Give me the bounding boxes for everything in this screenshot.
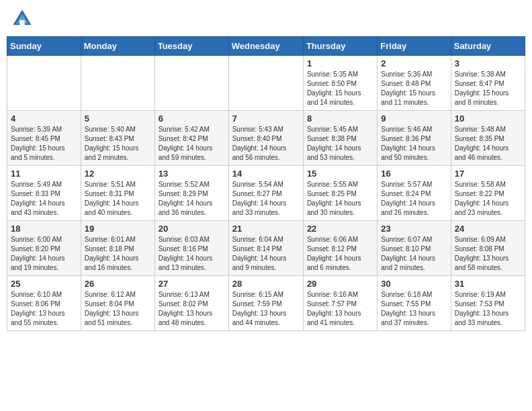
day-number: 2 [381, 58, 447, 68]
calendar-cell: 2Sunrise: 5:36 AM Sunset: 8:48 PM Daylig… [378, 56, 451, 111]
calendar-cell [81, 56, 154, 111]
day-info: Sunrise: 5:49 AM Sunset: 8:33 PM Dayligh… [11, 180, 77, 218]
calendar-cell: 28Sunrise: 6:15 AM Sunset: 7:59 PM Dayli… [228, 276, 303, 331]
day-info: Sunrise: 6:00 AM Sunset: 8:20 PM Dayligh… [11, 235, 77, 273]
day-header-wednesday: Wednesday [228, 37, 303, 56]
calendar-cell: 5Sunrise: 5:40 AM Sunset: 8:43 PM Daylig… [81, 111, 154, 166]
day-number: 7 [232, 113, 300, 124]
calendar-cell: 8Sunrise: 5:45 AM Sunset: 8:38 PM Daylig… [303, 111, 377, 166]
day-info: Sunrise: 6:19 AM Sunset: 7:53 PM Dayligh… [455, 290, 521, 328]
day-info: Sunrise: 5:48 AM Sunset: 8:35 PM Dayligh… [455, 125, 521, 163]
calendar-week-1: 1Sunrise: 5:35 AM Sunset: 8:50 PM Daylig… [7, 56, 525, 111]
calendar-week-4: 18Sunrise: 6:00 AM Sunset: 8:20 PM Dayli… [7, 221, 525, 276]
calendar-table: SundayMondayTuesdayWednesdayThursdayFrid… [7, 36, 525, 331]
calendar-cell: 15Sunrise: 5:55 AM Sunset: 8:25 PM Dayli… [303, 166, 377, 221]
day-number: 26 [85, 279, 151, 289]
day-info: Sunrise: 5:39 AM Sunset: 8:45 PM Dayligh… [11, 125, 77, 163]
day-header-friday: Friday [378, 37, 451, 56]
calendar-cell: 3Sunrise: 5:38 AM Sunset: 8:47 PM Daylig… [451, 56, 525, 111]
header-row: SundayMondayTuesdayWednesdayThursdayFrid… [7, 37, 525, 56]
day-number: 23 [381, 224, 447, 234]
day-number: 30 [381, 279, 447, 289]
calendar-cell: 20Sunrise: 6:03 AM Sunset: 8:16 PM Dayli… [154, 221, 228, 276]
day-info: Sunrise: 6:13 AM Sunset: 8:02 PM Dayligh… [159, 290, 225, 328]
day-info: Sunrise: 6:06 AM Sunset: 8:12 PM Dayligh… [307, 235, 373, 273]
calendar-cell: 16Sunrise: 5:57 AM Sunset: 8:24 PM Dayli… [378, 166, 451, 221]
calendar-week-5: 25Sunrise: 6:10 AM Sunset: 8:06 PM Dayli… [7, 276, 525, 331]
calendar-cell [154, 56, 228, 111]
calendar-week-2: 4Sunrise: 5:39 AM Sunset: 8:45 PM Daylig… [7, 111, 525, 166]
day-number: 8 [307, 113, 373, 124]
day-info: Sunrise: 6:16 AM Sunset: 7:57 PM Dayligh… [307, 290, 373, 328]
calendar-body: 1Sunrise: 5:35 AM Sunset: 8:50 PM Daylig… [7, 56, 525, 331]
page-header [7, 7, 525, 31]
calendar-cell: 11Sunrise: 5:49 AM Sunset: 8:33 PM Dayli… [7, 166, 81, 221]
calendar-cell: 24Sunrise: 6:09 AM Sunset: 8:08 PM Dayli… [451, 221, 525, 276]
day-header-sunday: Sunday [7, 37, 81, 56]
svg-rect-2 [19, 20, 24, 25]
day-info: Sunrise: 5:51 AM Sunset: 8:31 PM Dayligh… [85, 180, 151, 218]
calendar-cell: 19Sunrise: 6:01 AM Sunset: 8:18 PM Dayli… [81, 221, 154, 276]
day-number: 24 [455, 224, 521, 234]
calendar-cell: 23Sunrise: 6:07 AM Sunset: 8:10 PM Dayli… [378, 221, 451, 276]
day-info: Sunrise: 5:45 AM Sunset: 8:38 PM Dayligh… [307, 125, 373, 163]
calendar-cell: 7Sunrise: 5:43 AM Sunset: 8:40 PM Daylig… [228, 111, 303, 166]
calendar-cell: 4Sunrise: 5:39 AM Sunset: 8:45 PM Daylig… [7, 111, 81, 166]
calendar-cell: 21Sunrise: 6:04 AM Sunset: 8:14 PM Dayli… [228, 221, 303, 276]
day-info: Sunrise: 5:52 AM Sunset: 8:29 PM Dayligh… [159, 180, 225, 218]
day-number: 5 [85, 113, 151, 124]
day-header-monday: Monday [81, 37, 154, 56]
day-info: Sunrise: 6:12 AM Sunset: 8:04 PM Dayligh… [85, 290, 151, 328]
day-info: Sunrise: 5:57 AM Sunset: 8:24 PM Dayligh… [381, 180, 447, 218]
day-info: Sunrise: 6:04 AM Sunset: 8:14 PM Dayligh… [232, 235, 300, 273]
day-info: Sunrise: 5:54 AM Sunset: 8:27 PM Dayligh… [232, 180, 300, 218]
calendar-cell: 18Sunrise: 6:00 AM Sunset: 8:20 PM Dayli… [7, 221, 81, 276]
day-number: 28 [232, 279, 300, 289]
day-number: 12 [85, 169, 151, 179]
calendar-cell: 25Sunrise: 6:10 AM Sunset: 8:06 PM Dayli… [7, 276, 81, 331]
calendar-cell: 26Sunrise: 6:12 AM Sunset: 8:04 PM Dayli… [81, 276, 154, 331]
calendar-cell: 17Sunrise: 5:58 AM Sunset: 8:22 PM Dayli… [451, 166, 525, 221]
day-number: 27 [159, 279, 225, 289]
day-number: 13 [159, 169, 225, 179]
calendar-cell: 6Sunrise: 5:42 AM Sunset: 8:42 PM Daylig… [154, 111, 228, 166]
day-header-saturday: Saturday [451, 37, 525, 56]
day-number: 10 [455, 113, 521, 124]
calendar-cell: 30Sunrise: 6:18 AM Sunset: 7:55 PM Dayli… [378, 276, 451, 331]
calendar-cell: 29Sunrise: 6:16 AM Sunset: 7:57 PM Dayli… [303, 276, 377, 331]
day-info: Sunrise: 5:35 AM Sunset: 8:50 PM Dayligh… [307, 70, 373, 107]
day-info: Sunrise: 6:09 AM Sunset: 8:08 PM Dayligh… [455, 235, 521, 273]
day-info: Sunrise: 5:36 AM Sunset: 8:48 PM Dayligh… [381, 70, 447, 107]
calendar-cell: 1Sunrise: 5:35 AM Sunset: 8:50 PM Daylig… [303, 56, 377, 111]
day-info: Sunrise: 6:07 AM Sunset: 8:10 PM Dayligh… [381, 235, 447, 273]
day-info: Sunrise: 6:18 AM Sunset: 7:55 PM Dayligh… [381, 290, 447, 328]
day-number: 16 [381, 169, 447, 179]
day-info: Sunrise: 5:38 AM Sunset: 8:47 PM Dayligh… [455, 70, 521, 107]
day-number: 17 [455, 169, 521, 179]
calendar-cell: 27Sunrise: 6:13 AM Sunset: 8:02 PM Dayli… [154, 276, 228, 331]
day-number: 18 [11, 224, 77, 234]
day-number: 14 [232, 169, 300, 179]
day-info: Sunrise: 5:40 AM Sunset: 8:43 PM Dayligh… [85, 125, 151, 163]
calendar-cell: 22Sunrise: 6:06 AM Sunset: 8:12 PM Dayli… [303, 221, 377, 276]
day-info: Sunrise: 5:55 AM Sunset: 8:25 PM Dayligh… [307, 180, 373, 218]
day-number: 29 [307, 279, 373, 289]
logo-icon [10, 7, 34, 31]
day-info: Sunrise: 6:15 AM Sunset: 7:59 PM Dayligh… [232, 290, 300, 328]
day-number: 25 [11, 279, 77, 289]
logo [10, 7, 37, 31]
day-info: Sunrise: 6:01 AM Sunset: 8:18 PM Dayligh… [85, 235, 151, 273]
day-info: Sunrise: 5:43 AM Sunset: 8:40 PM Dayligh… [232, 125, 300, 163]
day-number: 1 [307, 58, 373, 68]
day-number: 4 [11, 113, 77, 124]
day-header-thursday: Thursday [303, 37, 377, 56]
calendar-cell: 10Sunrise: 5:48 AM Sunset: 8:35 PM Dayli… [451, 111, 525, 166]
day-number: 20 [159, 224, 225, 234]
calendar-header: SundayMondayTuesdayWednesdayThursdayFrid… [7, 37, 525, 56]
day-number: 6 [159, 113, 225, 124]
calendar-cell: 13Sunrise: 5:52 AM Sunset: 8:29 PM Dayli… [154, 166, 228, 221]
day-number: 21 [232, 224, 300, 234]
calendar-cell: 31Sunrise: 6:19 AM Sunset: 7:53 PM Dayli… [451, 276, 525, 331]
calendar-cell: 12Sunrise: 5:51 AM Sunset: 8:31 PM Dayli… [81, 166, 154, 221]
day-info: Sunrise: 6:10 AM Sunset: 8:06 PM Dayligh… [11, 290, 77, 328]
